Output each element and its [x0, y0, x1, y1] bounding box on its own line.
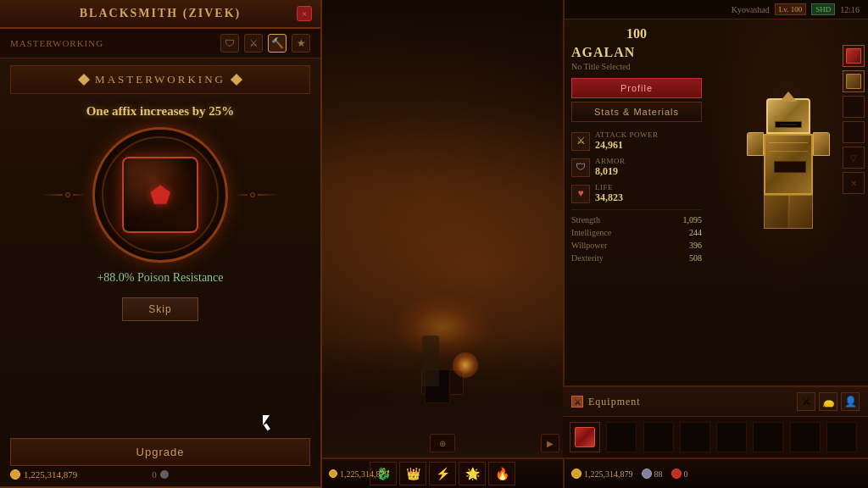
char-legs — [764, 195, 813, 229]
attack-power-icon: ⚔ — [571, 132, 590, 151]
equip-grid-slot-5[interactable] — [716, 422, 747, 452]
equip-slot-3[interactable] — [843, 96, 865, 118]
level-indicator: 100 — [571, 26, 702, 42]
item-gem-1 — [575, 427, 595, 447]
gem-icon: ⬟ — [150, 181, 170, 209]
cost-value: 0 — [152, 469, 157, 480]
char-title: No Title Selected — [571, 62, 702, 71]
silver-icon — [642, 469, 652, 479]
equipment-title: Equipment — [588, 396, 792, 408]
attack-power-value: 24,961 — [595, 139, 702, 152]
gold-bottom-value: 1,225,314,879 — [340, 469, 389, 479]
game-viewport: ⊕ ▶ — [322, 0, 563, 488]
player-name: Kyovashad — [732, 5, 770, 14]
blacksmith-header: BLACKSMITH (ZIVEK) × — [0, 0, 320, 29]
equip-grid-slot-6[interactable] — [753, 422, 783, 452]
nav-icon-shield[interactable]: 🛡 — [220, 34, 239, 53]
equip-grid-slot-8[interactable] — [826, 422, 857, 452]
armor-stat: 🛡 Armor 8,019 — [571, 157, 702, 178]
gold-value: 1,225,314,879 — [584, 469, 633, 479]
equip-slot-4[interactable] — [843, 121, 865, 143]
equip-slot-2[interactable] — [843, 70, 865, 92]
equip-grid-slot-3[interactable] — [643, 422, 674, 452]
upgrade-orb[interactable]: ⬟ — [92, 127, 228, 263]
equip-bag-icon[interactable]: 👝 — [819, 392, 837, 411]
char-torso — [764, 134, 813, 195]
nav-label: MASTERWORKING — [10, 38, 214, 48]
action-bar: 🐉 👑 ⚡ 🌟 🔥 1,225,314,879 — [322, 458, 563, 488]
red-currency: 0 — [671, 469, 688, 479]
gold-display-bottom: 1,225,314,879 — [329, 469, 389, 479]
dexterity-value: 508 — [689, 253, 702, 263]
nav-icon-star[interactable]: ★ — [292, 34, 310, 53]
strength-label: Strength — [571, 215, 600, 225]
masterworking-title: MASTERWORKING — [95, 73, 225, 86]
profile-panel: Kyovashad Lv. 100 SHD 12:16 100 AGALAN N… — [563, 0, 868, 488]
life-value: 34,823 — [595, 191, 702, 204]
nav-bar: MASTERWORKING 🛡 ⚔ 🔨 ★ — [0, 29, 320, 58]
equip-grid-slot-7[interactable] — [790, 422, 821, 452]
character-model-area: ▽ ✕ — [709, 19, 868, 291]
silver-value: 88 — [654, 469, 663, 479]
blacksmith-panel: BLACKSMITH (ZIVEK) × MASTERWORKING 🛡 ⚔ 🔨… — [0, 0, 322, 488]
map-button[interactable]: ⊕ — [430, 434, 455, 452]
close-button[interactable]: × — [297, 6, 312, 21]
nav-icons: 🛡 ⚔ 🔨 ★ — [220, 34, 310, 53]
life-stat: ♥ Life 34,823 — [571, 183, 702, 204]
skill-slot-2[interactable]: 👑 — [399, 462, 426, 485]
gold-coin-bottom — [329, 469, 337, 478]
right-nav-button[interactable]: ▶ — [541, 434, 559, 452]
equip-slot-6[interactable]: ✕ — [843, 172, 865, 194]
gold-currency: 1,225,314,879 — [571, 469, 633, 479]
equip-grid-slot-1[interactable] — [570, 422, 600, 452]
upgrade-button[interactable]: Upgrade — [10, 438, 310, 466]
intelligence-value: 244 — [689, 228, 702, 237]
red-icon — [671, 469, 682, 479]
equip-person-icon[interactable]: 👤 — [841, 392, 860, 411]
willpower-stat: Willpower 396 — [571, 241, 702, 250]
intelligence-stat: Intelligence 244 — [571, 228, 702, 237]
equipment-panel: ⚔ Equipment ⚔ 👝 👤 — [563, 385, 868, 458]
armor-icon: 🛡 — [571, 158, 590, 177]
char-helm — [766, 98, 810, 134]
attack-power-label: Attack Power — [595, 130, 702, 139]
equipment-header: ⚔ Equipment ⚔ 👝 👤 — [563, 387, 868, 417]
stats-materials-button[interactable]: Stats & Materials — [571, 102, 702, 122]
willpower-value: 396 — [689, 241, 702, 250]
red-value: 0 — [684, 469, 688, 479]
diamond-right-icon — [231, 74, 242, 86]
life-label: Life — [595, 183, 702, 191]
equip-grid-slot-4[interactable] — [680, 422, 710, 452]
skill-slot-5[interactable]: 🔥 — [488, 462, 515, 485]
skill-slot-4[interactable]: 🌟 — [459, 462, 486, 485]
char-name: AGALAN — [571, 45, 702, 60]
armor-value: 8,019 — [595, 165, 702, 178]
dexterity-stat: Dexterity 508 — [571, 253, 702, 263]
affix-increase-text: One affix increases by 25% — [17, 104, 303, 119]
equip-grid-slot-2[interactable] — [606, 422, 637, 452]
equipment-grid — [563, 417, 868, 458]
profile-button[interactable]: Profile — [571, 78, 702, 98]
stats-divider — [571, 209, 702, 210]
skip-button[interactable]: Skip — [122, 297, 198, 321]
silver-currency: 88 — [642, 469, 663, 479]
equip-sort-icon[interactable]: ⚔ — [797, 392, 815, 411]
char-shoulders — [747, 134, 830, 195]
gold-icon — [571, 469, 581, 479]
profile-top-bar: Kyovashad Lv. 100 SHD 12:16 — [565, 0, 868, 19]
equip-slot-1[interactable] — [843, 45, 865, 67]
strength-stat: Strength 1,095 — [571, 215, 702, 225]
equip-slots-right: ▽ ✕ — [843, 45, 865, 194]
time-display: 12:16 — [840, 5, 860, 14]
gold-amount: 1,225,314,879 — [24, 469, 77, 480]
gold-display-left: 1,225,314,879 — [10, 469, 77, 480]
nav-icon-hammer[interactable]: 🔨 — [268, 34, 287, 53]
skill-slot-3[interactable]: ⚡ — [429, 462, 456, 485]
profile-bottom-bar: 1,225,314,879 88 0 — [565, 458, 868, 488]
strength-value: 1,095 — [683, 215, 703, 225]
equipment-action-icons: ⚔ 👝 👤 — [797, 392, 860, 411]
equip-slot-5[interactable]: ▽ — [843, 147, 865, 169]
nav-icon-shield2[interactable]: ⚔ — [244, 34, 263, 53]
gold-coin-icon — [10, 469, 20, 480]
intelligence-label: Intelligence — [571, 228, 611, 237]
